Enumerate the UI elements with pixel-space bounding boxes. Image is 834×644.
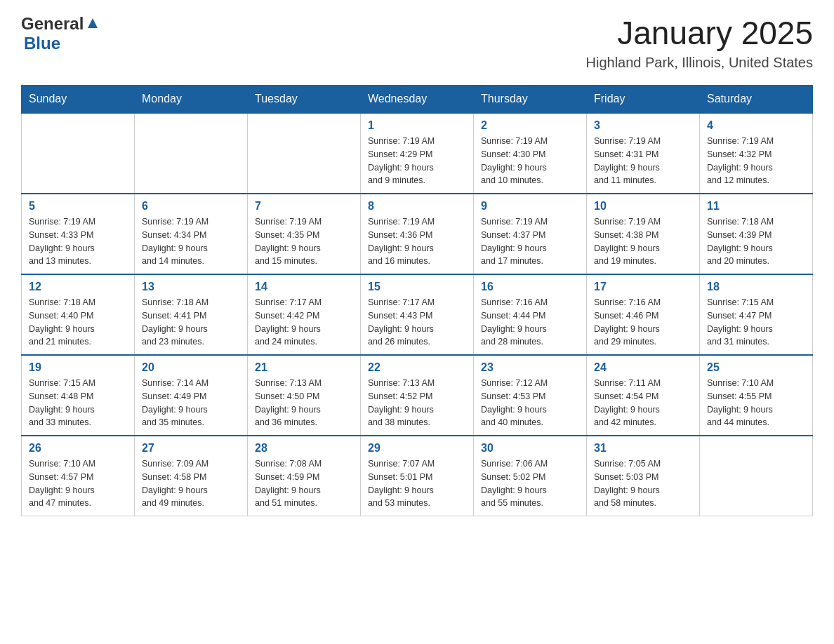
- calendar-weekday-header: Friday: [587, 86, 700, 114]
- svg-marker-0: [88, 18, 98, 28]
- day-number: 28: [255, 442, 353, 455]
- day-number: 11: [707, 200, 805, 213]
- calendar-day-cell: 21Sunrise: 7:13 AMSunset: 4:50 PMDayligh…: [248, 355, 361, 436]
- day-info-text: and 55 minutes.: [481, 497, 579, 510]
- day-number: 21: [255, 361, 353, 374]
- day-info-text: Sunset: 4:30 PM: [481, 148, 579, 161]
- day-info-text: Sunrise: 7:06 AM: [481, 457, 579, 471]
- day-info-text: Sunset: 4:50 PM: [255, 390, 353, 403]
- calendar-day-cell: 19Sunrise: 7:15 AMSunset: 4:48 PMDayligh…: [22, 355, 135, 436]
- day-info-text: Daylight: 9 hours: [594, 403, 692, 417]
- day-info-text: and 51 minutes.: [255, 497, 353, 510]
- day-number: 16: [481, 281, 579, 293]
- day-info-text: Sunrise: 7:19 AM: [368, 215, 466, 229]
- title-area: January 2025 Highland Park, Illinois, Un…: [586, 14, 814, 71]
- day-info-text: Sunrise: 7:19 AM: [142, 215, 240, 229]
- calendar-day-cell: 31Sunrise: 7:05 AMSunset: 5:03 PMDayligh…: [587, 436, 700, 516]
- page-header: General Blue January 2025 Highland Park,…: [21, 14, 813, 71]
- day-info-text: Daylight: 9 hours: [481, 323, 579, 336]
- day-info-text: Sunset: 4:57 PM: [29, 471, 127, 484]
- calendar-day-cell: 26Sunrise: 7:10 AMSunset: 4:57 PMDayligh…: [22, 436, 135, 516]
- day-info-text: and 47 minutes.: [29, 497, 127, 510]
- day-info-text: Daylight: 9 hours: [368, 323, 466, 336]
- day-info-text: Daylight: 9 hours: [255, 242, 353, 255]
- calendar-week-row: 12Sunrise: 7:18 AMSunset: 4:40 PMDayligh…: [22, 274, 813, 355]
- day-info-text: and 21 minutes.: [29, 335, 127, 349]
- calendar-week-row: 19Sunrise: 7:15 AMSunset: 4:48 PMDayligh…: [22, 355, 813, 436]
- day-info-text: and 36 minutes.: [255, 416, 353, 429]
- calendar-day-cell: 8Sunrise: 7:19 AMSunset: 4:36 PMDaylight…: [361, 194, 474, 274]
- day-info-text: Sunset: 5:03 PM: [594, 471, 692, 484]
- day-info-text: and 44 minutes.: [707, 416, 805, 429]
- day-info-text: Sunrise: 7:13 AM: [255, 377, 353, 390]
- day-info-text: Sunset: 4:43 PM: [368, 309, 466, 323]
- day-info-text: Daylight: 9 hours: [29, 403, 127, 417]
- day-number: 27: [142, 442, 240, 455]
- day-info-text: Sunset: 4:47 PM: [707, 309, 805, 323]
- day-info-text: Sunrise: 7:15 AM: [29, 377, 127, 390]
- day-info-text: Daylight: 9 hours: [142, 242, 240, 255]
- day-info-text: Sunrise: 7:12 AM: [481, 377, 579, 390]
- calendar-weekday-header: Saturday: [700, 86, 813, 114]
- day-info-text: Sunrise: 7:09 AM: [142, 457, 240, 471]
- day-info-text: Sunrise: 7:17 AM: [255, 296, 353, 309]
- calendar-day-cell: 28Sunrise: 7:08 AMSunset: 4:59 PMDayligh…: [248, 436, 361, 516]
- day-number: 26: [29, 442, 127, 455]
- day-info-text: and 33 minutes.: [29, 416, 127, 429]
- day-info-text: Sunset: 4:52 PM: [368, 390, 466, 403]
- day-number: 4: [707, 119, 805, 132]
- calendar-day-cell: [22, 113, 135, 194]
- calendar-day-cell: 5Sunrise: 7:19 AMSunset: 4:33 PMDaylight…: [22, 194, 135, 274]
- day-info-text: and 38 minutes.: [368, 416, 466, 429]
- calendar-weekday-header: Wednesday: [361, 86, 474, 114]
- day-info-text: Daylight: 9 hours: [707, 242, 805, 255]
- day-info-text: Sunrise: 7:18 AM: [707, 215, 805, 229]
- calendar-week-row: 26Sunrise: 7:10 AMSunset: 4:57 PMDayligh…: [22, 436, 813, 516]
- day-number: 10: [594, 200, 692, 213]
- day-number: 12: [29, 281, 127, 293]
- calendar-day-cell: 16Sunrise: 7:16 AMSunset: 4:44 PMDayligh…: [474, 274, 587, 355]
- day-info-text: and 12 minutes.: [707, 174, 805, 187]
- day-info-text: Daylight: 9 hours: [594, 161, 692, 175]
- day-number: 6: [142, 200, 240, 213]
- day-info-text: Sunset: 4:53 PM: [481, 390, 579, 403]
- logo: General Blue: [21, 14, 100, 53]
- day-info-text: and 9 minutes.: [368, 174, 466, 187]
- day-info-text: Daylight: 9 hours: [481, 161, 579, 175]
- day-info-text: Sunrise: 7:14 AM: [142, 377, 240, 390]
- calendar-day-cell: 4Sunrise: 7:19 AMSunset: 4:32 PMDaylight…: [700, 113, 813, 194]
- day-info-text: Sunset: 4:41 PM: [142, 309, 240, 323]
- day-info-text: Sunrise: 7:19 AM: [29, 215, 127, 229]
- day-number: 24: [594, 361, 692, 374]
- day-info-text: Daylight: 9 hours: [142, 323, 240, 336]
- calendar-week-row: 1Sunrise: 7:19 AMSunset: 4:29 PMDaylight…: [22, 113, 813, 194]
- day-info-text: Sunset: 4:33 PM: [29, 229, 127, 242]
- day-number: 5: [29, 200, 127, 213]
- day-info-text: Sunrise: 7:18 AM: [142, 296, 240, 309]
- day-info-text: Daylight: 9 hours: [29, 323, 127, 336]
- day-number: 17: [594, 281, 692, 293]
- calendar-day-cell: 25Sunrise: 7:10 AMSunset: 4:55 PMDayligh…: [700, 355, 813, 436]
- calendar-day-cell: 14Sunrise: 7:17 AMSunset: 4:42 PMDayligh…: [248, 274, 361, 355]
- calendar-day-cell: 20Sunrise: 7:14 AMSunset: 4:49 PMDayligh…: [135, 355, 248, 436]
- day-info-text: Sunset: 4:39 PM: [707, 229, 805, 242]
- day-info-text: Sunset: 4:35 PM: [255, 229, 353, 242]
- day-info-text: Daylight: 9 hours: [368, 403, 466, 417]
- calendar-day-cell: [700, 436, 813, 516]
- day-info-text: Sunset: 4:40 PM: [29, 309, 127, 323]
- day-number: 25: [707, 361, 805, 374]
- day-info-text: Daylight: 9 hours: [707, 403, 805, 417]
- day-info-text: Daylight: 9 hours: [368, 161, 466, 175]
- calendar-day-cell: 24Sunrise: 7:11 AMSunset: 4:54 PMDayligh…: [587, 355, 700, 436]
- day-number: 3: [594, 119, 692, 132]
- day-number: 19: [29, 361, 127, 374]
- calendar-day-cell: 11Sunrise: 7:18 AMSunset: 4:39 PMDayligh…: [700, 194, 813, 274]
- calendar-day-cell: 23Sunrise: 7:12 AMSunset: 4:53 PMDayligh…: [474, 355, 587, 436]
- calendar-day-cell: [135, 113, 248, 194]
- calendar-day-cell: 17Sunrise: 7:16 AMSunset: 4:46 PMDayligh…: [587, 274, 700, 355]
- day-info-text: Daylight: 9 hours: [368, 484, 466, 497]
- calendar-week-row: 5Sunrise: 7:19 AMSunset: 4:33 PMDaylight…: [22, 194, 813, 274]
- day-info-text: Sunset: 4:38 PM: [594, 229, 692, 242]
- day-info-text: Daylight: 9 hours: [255, 484, 353, 497]
- day-info-text: Daylight: 9 hours: [255, 323, 353, 336]
